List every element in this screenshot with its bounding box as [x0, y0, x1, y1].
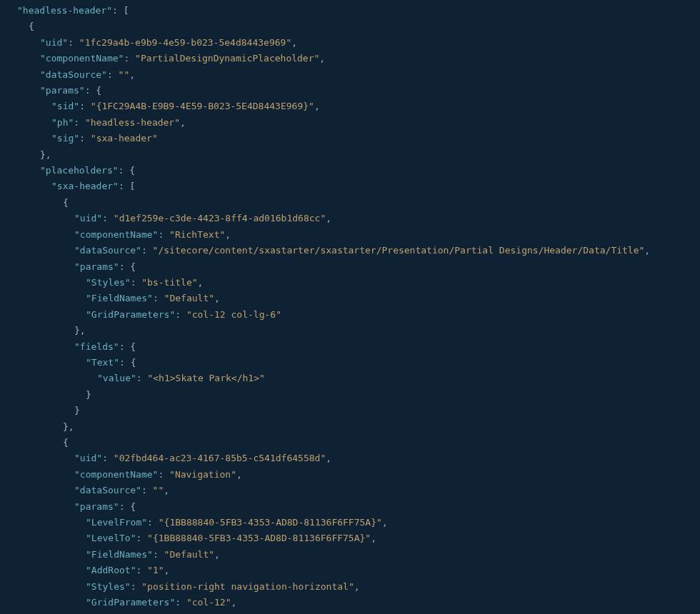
val-Styles: "bs-title": [141, 277, 197, 288]
key-dataSource: "dataSource": [40, 69, 107, 80]
key-uid: "uid": [40, 37, 68, 48]
key-componentName: "componentName": [40, 53, 124, 64]
key-uid: "uid": [74, 453, 102, 463]
val-componentName: "Navigation": [169, 469, 236, 480]
val-FieldNames: "Default": [164, 293, 214, 303]
key-GridParameters: "GridParameters": [86, 309, 175, 320]
key-fields: "fields": [74, 341, 119, 352]
key-LevelTo: "LevelTo": [86, 533, 136, 543]
key-LevelFrom: "LevelFrom": [86, 517, 147, 528]
val-componentName: "PartialDesignDynamicPlaceholder": [135, 53, 319, 64]
val-AddRoot: "1": [147, 565, 164, 575]
key-dataSource: "dataSource": [74, 245, 141, 256]
val-GridParameters: "col-12 col-lg-6": [186, 309, 281, 320]
val-dataSource: "": [153, 485, 164, 495]
key-headless-header: "headless-header": [17, 5, 112, 16]
val-uid: "d1ef259e-c3de-4423-8ff4-ad016b1d68cc": [114, 213, 326, 223]
key-sid: "sid": [51, 101, 79, 111]
key-sxa-header: "sxa-header": [51, 181, 119, 191]
val-dataSource: "/sitecore/content/sxastarter/sxastarter…: [153, 245, 645, 256]
key-sig: "sig": [51, 133, 79, 144]
key-params: "params": [40, 85, 85, 96]
key-Styles: "Styles": [86, 277, 131, 288]
key-componentName: "componentName": [74, 469, 158, 480]
val-dataSource: "": [119, 69, 130, 80]
key-ph: "ph": [51, 117, 74, 128]
key-params: "params": [74, 501, 119, 512]
key-componentName: "componentName": [74, 229, 158, 240]
key-FieldNames: "FieldNames": [86, 549, 153, 560]
val-FieldNames: "Default": [164, 549, 214, 560]
val-LevelTo: "{1BB88840-5FB3-4353-AD8D-81136F6FF75A}": [147, 533, 371, 543]
val-uid: "02fbd464-ac23-4167-85b5-c541df64558d": [114, 453, 326, 463]
key-uid: "uid": [74, 213, 102, 223]
val-ph: "headless-header": [85, 117, 180, 128]
key-AddRoot: "AddRoot": [86, 565, 136, 575]
val-value: "<h1>Skate Park</h1>": [147, 373, 264, 383]
key-Styles: "Styles": [86, 581, 131, 592]
val-GridParameters: "col-12": [186, 597, 231, 608]
val-LevelFrom: "{1BB88840-5FB3-4353-AD8D-81136F6FF75A}": [159, 517, 382, 528]
key-value: "value": [97, 373, 136, 383]
key-dataSource: "dataSource": [74, 485, 141, 495]
val-sig: "sxa-header": [91, 133, 158, 144]
key-placeholders: "placeholders": [40, 165, 119, 176]
json-code-block: "headless-header": [ { "uid": "1fc29a4b-…: [0, 0, 700, 610]
key-Text: "Text": [86, 357, 119, 368]
key-FieldNames: "FieldNames": [86, 293, 153, 303]
key-GridParameters: "GridParameters": [86, 597, 175, 608]
val-sid: "{1FC29A4B-E9B9-4E59-B023-5E4D8443E969}": [91, 101, 314, 111]
key-params: "params": [74, 261, 119, 272]
val-uid: "1fc29a4b-e9b9-4e59-b023-5e4d8443e969": [79, 37, 291, 48]
val-Styles: "position-right navigation-horizontal": [141, 581, 354, 592]
val-componentName: "RichText": [169, 229, 225, 240]
